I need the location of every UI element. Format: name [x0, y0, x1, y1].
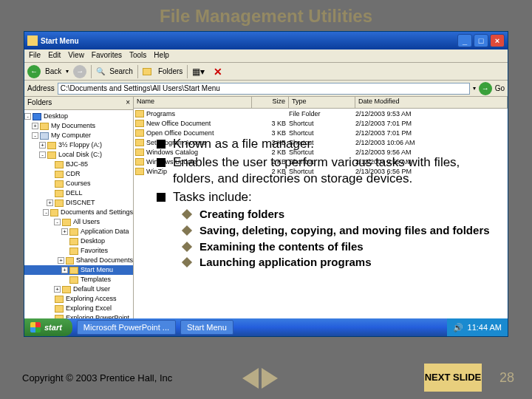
menu-file[interactable]: File — [29, 51, 41, 61]
column-headers[interactable]: Name Size Type Date Modified — [134, 97, 508, 109]
go-button[interactable]: → — [479, 82, 492, 95]
bullet-level2: Examining the contents of files — [183, 240, 497, 254]
minimize-button[interactable]: _ — [457, 34, 472, 47]
tree-node[interactable]: +DISCNET — [24, 198, 133, 208]
tree-node[interactable]: -All Users — [24, 217, 133, 227]
search-label: Search — [109, 67, 133, 75]
tree-node[interactable]: DELL — [24, 188, 133, 198]
tree-node[interactable]: +Shared Documents — [24, 256, 133, 265]
tree-node[interactable]: Favorites — [24, 246, 133, 256]
delete-x-icon[interactable]: ✕ — [214, 66, 222, 78]
folders-pane-title: Folders — [27, 98, 52, 108]
bullet-level1: Known as a file manager. — [157, 136, 497, 151]
menu-tools[interactable]: Tools — [129, 51, 146, 61]
tree-node[interactable]: Desktop — [24, 236, 133, 246]
folder-icon — [27, 35, 38, 46]
start-label: start — [44, 323, 62, 332]
next-arrow-icon[interactable] — [262, 368, 278, 389]
menu-help[interactable]: Help — [154, 51, 169, 61]
tree-node[interactable]: Exploring Access — [24, 294, 133, 304]
menubar[interactable]: FileEditViewFavoritesToolsHelp — [24, 50, 508, 63]
tree-node[interactable]: -My Computer — [24, 131, 133, 140]
folders-label: Folders — [158, 67, 183, 75]
tree-node[interactable]: CDR — [24, 169, 133, 179]
search-icon[interactable]: 🔍 — [96, 67, 105, 75]
file-row[interactable]: New Office Document3 KBShortcut2/12/2003… — [134, 118, 508, 128]
folders-pane: Folders × -Desktop+My Documents-My Compu… — [24, 97, 134, 318]
file-row[interactable]: ProgramsFile Folder2/12/2003 9:53 AM — [134, 109, 508, 118]
address-input[interactable] — [58, 83, 470, 95]
folders-pane-close-icon[interactable]: × — [126, 98, 130, 108]
menu-edit[interactable]: Edit — [48, 51, 61, 61]
views-icon[interactable]: ▦▾ — [192, 66, 205, 77]
tree-node[interactable]: +Start Menu — [24, 265, 133, 275]
back-button[interactable]: ← — [27, 65, 41, 78]
bullet-level2: Saving, deleting, copying, and moving fi… — [183, 224, 497, 238]
col-name[interactable]: Name — [134, 97, 252, 108]
windows-logo-icon — [30, 322, 41, 332]
window-titlebar[interactable]: Start Menu _ □ × — [24, 32, 508, 50]
col-modified[interactable]: Date Modified — [355, 97, 508, 108]
menu-view[interactable]: View — [68, 51, 84, 61]
col-size[interactable]: Size — [252, 97, 289, 108]
toolbar: ← Back ▾ → 🔍 Search Folders ▦▾ ✕ — [24, 63, 508, 81]
page-number: 28 — [499, 370, 514, 386]
bullet-level1: Enables the user to perform various task… — [157, 154, 497, 186]
tree-node[interactable]: +My Documents — [24, 121, 133, 131]
bullet-level1: Tasks include: — [157, 189, 497, 205]
copyright-text: Copyright © 2003 Prentice Hall, Inc — [22, 372, 172, 383]
folder-tree[interactable]: -Desktop+My Documents-My Computer+3½ Flo… — [24, 110, 133, 318]
bullet-overlay: Known as a file manager.Enables the user… — [157, 136, 497, 272]
tree-node[interactable]: Exploring PowerPoint — [24, 313, 133, 318]
clock: 11:44 AM — [468, 323, 502, 332]
tree-node[interactable]: -Documents and Settings — [24, 208, 133, 217]
taskbar-task[interactable]: Microsoft PowerPoint ... — [77, 320, 176, 335]
tree-node[interactable]: Templates — [24, 275, 133, 284]
tree-node[interactable]: -Local Disk (C:) — [24, 150, 133, 160]
tree-node[interactable]: +Application Data — [24, 227, 133, 236]
bullet-level2: Creating folders — [183, 208, 497, 222]
start-button[interactable]: start — [24, 318, 72, 336]
address-label: Address — [27, 84, 55, 92]
tree-node[interactable]: Exploring Excel — [24, 304, 133, 313]
prev-arrow-icon[interactable] — [242, 368, 259, 389]
taskbar-task[interactable]: Start Menu — [180, 320, 233, 335]
slide-footer: Copyright © 2003 Prentice Hall, Inc NEXT… — [0, 356, 532, 399]
col-type[interactable]: Type — [289, 97, 355, 108]
bullet-level2: Launching application programs — [183, 256, 497, 270]
folders-icon[interactable] — [143, 68, 151, 75]
tree-node[interactable]: Courses — [24, 179, 133, 188]
next-slide-button[interactable]: NEXT SLIDE — [424, 364, 482, 392]
go-label: Go — [495, 84, 505, 92]
close-button[interactable]: × — [490, 34, 505, 47]
slide-title: File Management Utilities — [0, 0, 532, 31]
taskbar: start Microsoft PowerPoint ...Start Menu… — [24, 318, 508, 336]
tray-icon[interactable]: 🔊 — [453, 323, 463, 332]
tree-node[interactable]: +3½ Floppy (A:) — [24, 140, 133, 150]
forward-button[interactable]: → — [73, 65, 86, 78]
maximize-button[interactable]: □ — [474, 34, 488, 47]
address-bar: Address ▾ → Go — [24, 81, 508, 97]
window-title-text: Start Menu — [41, 37, 79, 45]
tree-node[interactable]: +Default User — [24, 284, 133, 294]
menu-favorites[interactable]: Favorites — [92, 51, 122, 61]
system-tray[interactable]: 🔊 11:44 AM — [447, 318, 508, 336]
tree-node[interactable]: -Desktop — [24, 112, 133, 121]
tree-node[interactable]: BJC-85 — [24, 160, 133, 169]
back-label: Back — [45, 67, 61, 75]
